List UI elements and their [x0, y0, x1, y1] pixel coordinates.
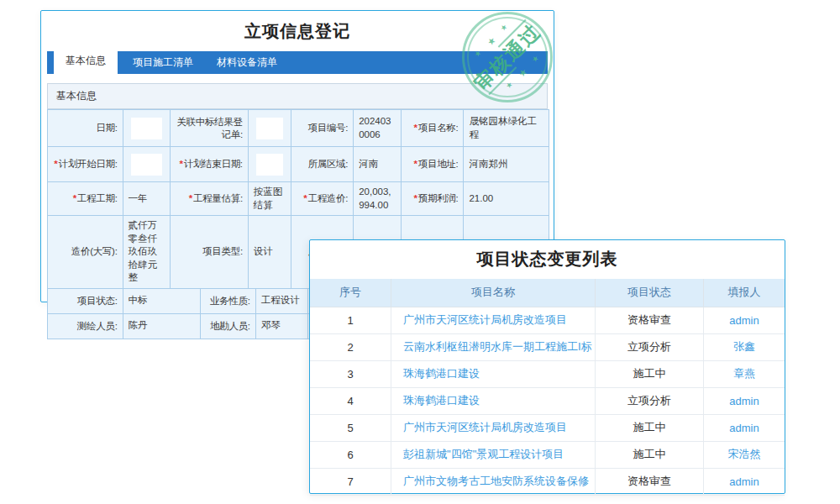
- field-label-project-no: 项目编号:: [291, 110, 354, 147]
- field-label-related-bid: 关联中标结果登记单:: [171, 110, 249, 147]
- field-value-cost-in-words: 贰仟万零叁仟玖佰玖拾肆元整: [123, 216, 171, 289]
- table-row: 5 广州市天河区统计局机房改造项目 施工中 admin: [310, 414, 785, 441]
- project-status-cell: 资格审查: [596, 307, 704, 333]
- field-value-region: 河南: [354, 147, 402, 182]
- tab-material-equipment-list[interactable]: 材料设备清单: [205, 51, 289, 74]
- field-value-project-type: 设计: [248, 216, 291, 289]
- form-row: *工程工期: 一年 *工程量估算: 按蓝图结算 *工程造价: 20,003,99…: [48, 182, 549, 216]
- project-name-link[interactable]: 广州市天河区统计局机房改造项目: [403, 313, 567, 326]
- reporter-link[interactable]: 宋浩然: [727, 448, 760, 460]
- row-index: 2: [310, 333, 391, 360]
- field-value-duration: 一年: [123, 182, 171, 216]
- form-row: *计划开始日期: *计划结束日期: 所属区域: 河南 *项目地址: 河南郑州: [48, 147, 549, 182]
- project-name-link[interactable]: 珠海鹤港口建设: [403, 367, 480, 380]
- field-value-address: 河南郑州: [464, 147, 549, 182]
- table-row: 1 广州市天河区统计局机房改造项目 资格审查 admin: [310, 307, 785, 333]
- project-status-cell: 立项分析: [596, 333, 704, 360]
- field-value-project-no: 2024030006: [354, 110, 402, 147]
- field-label-cost-in-words: 造价(大写):: [48, 216, 123, 289]
- col-header-no: 序号: [310, 279, 391, 307]
- field-value-surveyor: 陈丹: [123, 313, 201, 339]
- project-status-cell: 施工中: [596, 360, 704, 387]
- reporter-link[interactable]: admin: [729, 475, 759, 488]
- field-value-quantity-estimate: 按蓝图结算: [248, 182, 291, 216]
- section-header: 基本信息: [47, 83, 548, 109]
- row-index: 4: [310, 387, 391, 414]
- plan-start-input[interactable]: [131, 154, 163, 176]
- reporter-link[interactable]: 张鑫: [733, 340, 755, 353]
- field-label-project-status: 项目状态:: [48, 288, 123, 313]
- reporter-link[interactable]: admin: [729, 314, 759, 327]
- field-value-cost: 20,003,994.00: [354, 182, 402, 216]
- plan-end-input[interactable]: [256, 154, 283, 176]
- field-label-plan-end: *计划结束日期:: [171, 147, 249, 182]
- col-header-project-name: 项目名称: [391, 279, 596, 307]
- reporter-link[interactable]: admin: [729, 395, 759, 407]
- table-row: 7 广州市文物考古工地安防系统设备保修 资格审查 admin: [310, 468, 785, 495]
- field-label-business-nature: 业务性质:: [201, 288, 256, 313]
- status-table-title: 项目状态变更列表: [310, 240, 785, 279]
- row-index: 1: [310, 307, 391, 333]
- project-status-cell: 施工中: [596, 441, 704, 468]
- tab-bar: 基本信息 项目施工清单 材料设备清单: [47, 51, 548, 74]
- project-status-cell: 施工中: [596, 414, 704, 441]
- col-header-project-status: 项目状态: [596, 279, 704, 307]
- table-row: 4 珠海鹤港口建设 立项分析 admin: [310, 387, 785, 414]
- row-index: 7: [310, 468, 391, 495]
- project-name-link[interactable]: 广州市文物考古工地安防系统设备保修: [403, 475, 589, 487]
- project-status-cell: 资格审查: [596, 468, 704, 495]
- table-row: 3 珠海鹤港口建设 施工中 章燕: [310, 360, 785, 387]
- table-header-row: 序号 项目名称 项目状态 填报人: [310, 279, 785, 307]
- field-value-business-nature: 工程设计: [255, 288, 308, 313]
- page-title: 立项信息登记: [41, 20, 554, 43]
- field-value-project-status: 中标: [123, 288, 201, 313]
- reporter-link[interactable]: 章燕: [733, 367, 755, 380]
- field-label-cost: *工程造价:: [291, 182, 354, 216]
- field-value-expected-profit: 21.00: [464, 182, 549, 216]
- related-bid-input[interactable]: [256, 118, 283, 139]
- project-name-link[interactable]: 珠海鹤港口建设: [403, 394, 480, 407]
- project-name-link[interactable]: 彭祖新城"四馆"景观工程设计项目: [403, 448, 564, 460]
- field-label-region: 所属区域:: [291, 147, 354, 182]
- col-header-reporter: 填报人: [703, 279, 785, 307]
- row-index: 6: [310, 441, 391, 468]
- row-index: 5: [310, 414, 391, 441]
- status-change-panel: 项目状态变更列表 序号 项目名称 项目状态 填报人 1 广州市天河区统计局机房改…: [309, 239, 785, 494]
- field-value-project-name: 晟铭园林绿化工程: [464, 110, 549, 147]
- field-label-date: 日期:: [48, 110, 123, 147]
- field-label-project-name: *项目名称:: [401, 110, 464, 147]
- field-label-geo-surveyor: 地勘人员:: [201, 313, 256, 339]
- tab-construction-list[interactable]: 项目施工清单: [121, 51, 205, 74]
- field-label-address: *项目地址:: [401, 147, 464, 182]
- project-name-link[interactable]: 云南水利枢纽潜明水库一期工程施工I标: [403, 340, 592, 353]
- project-status-cell: 立项分析: [596, 387, 704, 414]
- reporter-link[interactable]: admin: [729, 422, 759, 434]
- status-change-table: 序号 项目名称 项目状态 填报人 1 广州市天河区统计局机房改造项目 资格审查 …: [310, 279, 785, 496]
- field-label-project-type: 项目类型:: [171, 216, 249, 289]
- form-row: 日期: 关联中标结果登记单: 项目编号: 2024030006 *项目名称: 晟…: [48, 110, 549, 147]
- field-label-expected-profit: *预期利润:: [401, 182, 464, 216]
- field-label-plan-start: *计划开始日期:: [48, 147, 123, 182]
- project-name-link[interactable]: 广州市天河区统计局机房改造项目: [403, 421, 567, 433]
- row-index: 3: [310, 360, 391, 387]
- table-row: 2 云南水利枢纽潜明水库一期工程施工I标 立项分析 张鑫: [310, 333, 785, 360]
- table-row: 6 彭祖新城"四馆"景观工程设计项目 施工中 宋浩然: [310, 441, 785, 468]
- field-label-surveyor: 测绘人员:: [48, 313, 123, 339]
- field-label-quantity-estimate: *工程量估算:: [171, 182, 249, 216]
- field-value-geo-surveyor: 邓琴: [255, 313, 308, 339]
- date-input[interactable]: [131, 118, 163, 139]
- field-label-duration: *工程工期:: [48, 182, 123, 216]
- tab-basic-info[interactable]: 基本信息: [54, 48, 118, 74]
